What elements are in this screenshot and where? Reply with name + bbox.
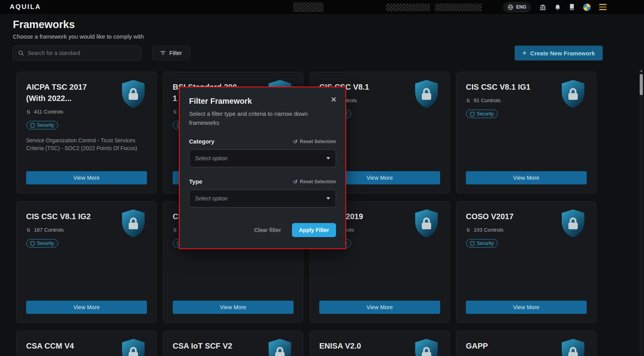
type-select[interactable]: Select option bbox=[189, 190, 336, 207]
type-reset-button[interactable]: ↺ Reset Selection bbox=[293, 179, 336, 185]
scrollbar-thumb[interactable] bbox=[640, 74, 643, 95]
framework-card: CIS CSC V8.1 IG2 187 Controls Security V… bbox=[16, 201, 157, 323]
controls-label: 91 Controls bbox=[474, 97, 501, 103]
framework-card: CIS CSC V8.1 IG1 91 Controls Security Vi… bbox=[456, 72, 596, 193]
shield-lock-icon bbox=[560, 338, 586, 356]
modal-actions: Clear filter Apply Filter bbox=[189, 223, 336, 237]
controls-label: 187 Controls bbox=[34, 227, 64, 233]
shield-lock-icon bbox=[267, 338, 293, 356]
search-box[interactable] bbox=[13, 46, 142, 60]
type-select-placeholder: Select option bbox=[195, 195, 228, 202]
filter-button-label: Filter bbox=[169, 50, 182, 56]
notifications-bell-icon[interactable] bbox=[555, 4, 561, 11]
shield-lock-icon bbox=[560, 209, 586, 238]
top-bar: AQUILA ENG bbox=[0, 0, 644, 14]
hamburger-menu-icon[interactable] bbox=[599, 4, 607, 10]
shield-lock-icon bbox=[120, 79, 146, 109]
framework-description: Service Organization Control - Trust Ser… bbox=[26, 136, 147, 152]
framework-card: COSO V2017 103 Controls Security View Mo… bbox=[456, 201, 596, 323]
framework-title: CSA IoT SCF V2 bbox=[173, 340, 241, 352]
framework-title: ENISA V2.0 bbox=[319, 340, 388, 352]
reset-label: Reset Selection bbox=[300, 179, 336, 184]
filter-framework-modal: Filter Framework ✕ Select a filter type … bbox=[179, 87, 346, 249]
security-badge: Security bbox=[466, 239, 498, 248]
framework-card: CSA IoT SCF V2 View More bbox=[163, 331, 303, 356]
toolbar: Filter + Create New Framework bbox=[13, 46, 644, 60]
framework-title: GAPP bbox=[466, 340, 534, 352]
framework-title: CIS CSC V8.1 IG1 bbox=[466, 81, 534, 93]
view-more-button[interactable]: View More bbox=[319, 301, 440, 314]
apply-filter-button[interactable]: Apply Filter bbox=[292, 223, 336, 237]
view-more-button[interactable]: View More bbox=[173, 301, 294, 314]
modal-title: Filter Framework bbox=[189, 97, 336, 106]
globe-icon bbox=[508, 4, 513, 10]
controls-icon bbox=[26, 228, 31, 232]
scrollbar-track[interactable]: ▲ bbox=[639, 67, 643, 356]
close-icon[interactable]: ✕ bbox=[331, 95, 337, 104]
framework-card: AICPA TSC 2017 (With 2022... 411 Control… bbox=[16, 72, 157, 193]
view-more-button[interactable]: View More bbox=[466, 171, 587, 184]
controls-label: 411 Controls bbox=[34, 109, 64, 115]
page-header: Frameworks Choose a framework you would … bbox=[13, 19, 144, 40]
redacted-text bbox=[435, 4, 482, 11]
shield-outline-icon bbox=[30, 241, 35, 246]
controls-icon bbox=[26, 110, 31, 114]
category-reset-button[interactable]: ↺ Reset Selection bbox=[293, 138, 336, 145]
controls-label: 103 Controls bbox=[474, 227, 504, 233]
brand-logo: AQUILA bbox=[10, 0, 41, 14]
language-label: ENG bbox=[516, 4, 526, 10]
chevron-down-icon bbox=[326, 197, 330, 200]
security-badge: Security bbox=[26, 121, 58, 129]
shield-lock-icon bbox=[414, 79, 439, 109]
filter-icon bbox=[160, 51, 166, 55]
redacted-text bbox=[293, 2, 324, 12]
docs-book-icon[interactable] bbox=[569, 4, 575, 10]
reset-icon: ↺ bbox=[293, 179, 297, 185]
badge-label: Security bbox=[37, 122, 54, 128]
category-select[interactable]: Select option bbox=[189, 149, 336, 167]
create-framework-label: Create New Framework bbox=[530, 50, 595, 57]
badge-label: Security bbox=[477, 111, 494, 117]
reset-label: Reset Selection bbox=[300, 139, 336, 144]
plus-icon: + bbox=[522, 49, 526, 57]
shield-outline-icon bbox=[470, 241, 474, 246]
chevron-down-icon bbox=[326, 157, 330, 159]
badge-label: Security bbox=[37, 241, 54, 246]
search-input[interactable] bbox=[28, 50, 136, 56]
controls-count: 411 Controls bbox=[26, 109, 147, 115]
world-app-icon[interactable] bbox=[583, 4, 591, 11]
search-icon bbox=[18, 50, 24, 56]
organization-icon[interactable] bbox=[540, 4, 546, 11]
type-label: Type bbox=[189, 178, 202, 185]
topbar-actions: ENG bbox=[503, 0, 607, 14]
shield-lock-icon bbox=[414, 209, 439, 238]
framework-card: ENISA V2.0 View More bbox=[310, 331, 450, 356]
badge-label: Security bbox=[477, 241, 494, 246]
view-more-button[interactable]: View More bbox=[466, 301, 587, 314]
scroll-up-arrow-icon[interactable]: ▲ bbox=[639, 67, 643, 73]
framework-title: AICPA TSC 2017 (With 2022... bbox=[26, 81, 95, 104]
security-badge: Security bbox=[466, 110, 498, 118]
framework-title: CIS CSC V8.1 IG2 bbox=[26, 211, 95, 222]
clear-filter-button[interactable]: Clear filter bbox=[254, 227, 281, 233]
view-more-button[interactable]: View More bbox=[26, 171, 147, 184]
framework-title: CSA CCM V4 bbox=[26, 340, 95, 352]
shield-lock-icon bbox=[560, 79, 586, 109]
page-subtitle: Choose a framework you would like to com… bbox=[13, 33, 144, 40]
shield-lock-icon bbox=[120, 209, 146, 238]
create-framework-button[interactable]: + Create New Framework bbox=[515, 46, 603, 60]
modal-subtitle: Select a filter type and criteria to nar… bbox=[189, 110, 333, 127]
category-label: Category bbox=[189, 138, 214, 145]
controls-icon bbox=[173, 110, 177, 114]
reset-icon: ↺ bbox=[293, 138, 297, 145]
category-select-placeholder: Select option bbox=[195, 155, 228, 161]
language-selector[interactable]: ENG bbox=[503, 2, 531, 12]
type-row: Type ↺ Reset Selection bbox=[189, 178, 336, 185]
controls-icon bbox=[466, 228, 471, 232]
framework-card: GAPP View More bbox=[456, 331, 596, 356]
controls-icon bbox=[466, 98, 471, 103]
view-more-button[interactable]: View More bbox=[26, 301, 147, 314]
app-screen: AQUILA ENG bbox=[0, 0, 644, 356]
shield-lock-icon bbox=[120, 338, 146, 356]
filter-button[interactable]: Filter bbox=[152, 46, 190, 60]
